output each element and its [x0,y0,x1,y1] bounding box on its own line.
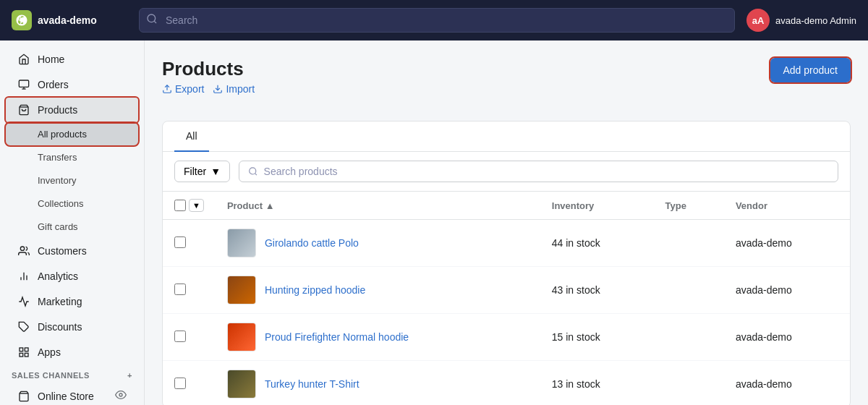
tab-all[interactable]: All [174,122,209,152]
sidebar-item-gift-cards[interactable]: Gift cards [6,216,138,238]
row-checkbox[interactable] [174,378,186,389]
search-products-field[interactable] [239,161,838,182]
toolbar: Export Import [162,80,255,98]
product-thumbnail [227,276,256,304]
product-name-link[interactable]: Hunting zipped hoodie [265,284,365,296]
svg-point-15 [119,393,122,396]
vendor-cell: avada-demo [724,314,850,361]
products-table: ▼ Product ▲ Inventory Type Vendor [163,192,850,405]
type-cell [654,361,724,406]
apps-icon [17,346,30,359]
orders-icon [17,78,30,91]
product-thumbnail [227,370,256,398]
select-dropdown-button[interactable]: ▼ [189,199,204,212]
topbar: avada-demo aA avada-demo Admin [0,0,868,40]
sidebar-item-label: Customers [38,245,87,257]
sidebar-item-home[interactable]: Home [6,47,138,72]
vendor-cell: avada-demo [724,220,850,267]
add-product-btn-wrap: Add product [770,58,851,82]
filter-label: Filter [184,166,206,177]
main-content: Products Export Import Add product [145,40,868,405]
import-button[interactable]: Import [213,80,255,98]
sidebar: Home Orders Products All products Transf… [0,40,145,405]
sidebar-item-label: Inventory [38,175,76,186]
sidebar-item-label: Products [38,104,77,116]
row-checkbox[interactable] [174,331,186,342]
sidebar-item-inventory[interactable]: Inventory [6,169,138,192]
sales-channels-label: SALES CHANNELS + [0,365,144,383]
search-bar[interactable] [139,8,735,33]
row-checkbox[interactable] [174,284,186,295]
inventory-cell: 43 in stock [540,267,654,314]
avatar: aA [746,9,770,32]
filter-row: Filter ▼ [163,152,850,192]
svg-rect-12 [25,353,28,357]
page-header: Products Export Import Add product [162,58,851,109]
search-products-input[interactable] [264,166,829,177]
product-name-link[interactable]: Turkey hunter T-Shirt [265,378,359,390]
sidebar-item-online-store[interactable]: Online Store [6,383,138,405]
product-thumbnail [227,323,256,351]
sidebar-item-analytics[interactable]: Analytics [6,264,138,289]
store-logo[interactable]: avada-demo [12,10,127,30]
svg-rect-1 [19,80,28,87]
select-all-checkbox[interactable] [174,200,186,211]
table-row: Proud Firefighter Normal hoodie 15 in st… [163,314,850,361]
sidebar-item-label: Transfers [38,152,77,163]
vendor-cell: avada-demo [724,361,850,406]
products-icon [17,103,30,116]
products-card: All Filter ▼ [162,121,851,405]
table-row: Turkey hunter T-Shirt 13 in stock avada-… [163,361,850,406]
sidebar-item-label: Analytics [38,270,78,282]
chevron-down-icon: ▼ [210,166,221,177]
export-label: Export [175,83,204,95]
inventory-cell: 13 in stock [540,361,654,406]
export-button[interactable]: Export [162,80,204,98]
home-icon [17,53,30,66]
sidebar-item-transfers[interactable]: Transfers [6,146,138,169]
type-cell [654,220,724,267]
add-sales-channel-button[interactable]: + [127,371,132,380]
inventory-column-header: Inventory [540,192,654,220]
svg-point-18 [250,168,256,174]
online-store-visibility-icon[interactable] [115,389,127,404]
product-name-link[interactable]: Girolando cattle Polo [265,237,359,249]
product-thumbnail [227,229,256,257]
svg-rect-10 [20,348,23,351]
svg-rect-11 [25,348,28,351]
import-label: Import [226,83,255,95]
tabs-bar: All [163,122,850,152]
user-menu[interactable]: aA avada-demo Admin [746,9,856,32]
sidebar-item-all-products[interactable]: All products [6,123,138,145]
topbar-search-input[interactable] [139,8,735,33]
sidebar-item-products[interactable]: Products [6,98,138,122]
type-cell [654,267,724,314]
sidebar-item-label: Orders [38,79,69,90]
store-name: avada-demo [38,14,97,26]
online-store-icon [17,390,30,403]
sidebar-item-discounts[interactable]: Discounts [6,315,138,339]
vendor-column-header: Vendor [724,192,850,220]
sidebar-item-apps[interactable]: Apps [6,340,138,364]
customers-icon [17,244,30,257]
sidebar-item-orders[interactable]: Orders [6,72,138,97]
discounts-icon [17,320,30,333]
vendor-cell: avada-demo [724,267,850,314]
sidebar-item-label: Collections [38,198,84,209]
app-layout: Home Orders Products All products Transf… [0,40,868,405]
svg-point-5 [20,247,24,250]
sidebar-item-marketing[interactable]: Marketing [6,289,138,314]
sidebar-item-label: Home [38,54,64,65]
product-name-link[interactable]: Proud Firefighter Normal hoodie [265,331,409,343]
inventory-cell: 15 in stock [540,314,654,361]
filter-button[interactable]: Filter ▼ [174,161,230,182]
sidebar-item-collections[interactable]: Collections [6,192,138,215]
sidebar-item-label: Gift cards [38,221,78,232]
product-column-header: Product ▲ [216,192,540,220]
add-product-button[interactable]: Add product [770,58,851,82]
svg-point-0 [148,14,156,22]
sidebar-item-customers[interactable]: Customers [6,239,138,263]
user-name: avada-demo Admin [775,15,856,26]
search-products-icon [248,166,258,176]
row-checkbox[interactable] [174,236,186,248]
